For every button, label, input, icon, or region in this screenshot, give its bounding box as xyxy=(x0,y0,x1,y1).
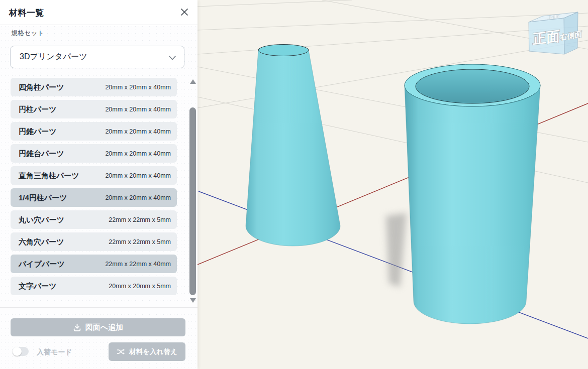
chevron-down-icon xyxy=(169,56,176,60)
panel-header: 材料一覧 xyxy=(0,0,198,25)
part-size: 20mm x 20mm x 40mm xyxy=(105,84,171,91)
part-size: 20mm x 20mm x 40mm xyxy=(105,128,171,135)
part-name: 円錐パーツ xyxy=(19,127,57,136)
swap-material-button[interactable]: 材料を入れ替え xyxy=(109,342,185,361)
list-item[interactable]: 六角穴パーツ22mm x 22mm x 5mm xyxy=(11,232,177,251)
part-size: 20mm x 20mm x 40mm xyxy=(105,194,171,201)
part-name: 四角柱パーツ xyxy=(19,82,64,92)
part-size: 20mm x 20mm x 40mm xyxy=(105,172,171,179)
cone-frustum-shape[interactable] xyxy=(246,45,340,246)
download-icon xyxy=(73,323,81,332)
scroll-up-icon[interactable] xyxy=(190,79,196,84)
part-name: 1/4円柱パーツ xyxy=(19,193,67,202)
standard-set-label: 規格セット xyxy=(11,29,44,38)
part-size: 22mm x 22mm x 5mm xyxy=(109,216,171,223)
part-name: 丸い穴パーツ xyxy=(19,215,64,224)
parts-list: 四角柱パーツ20mm x 20mm x 40mm円柱パーツ20mm x 20mm… xyxy=(11,78,177,299)
part-name: 文字パーツ xyxy=(19,281,57,291)
list-item[interactable]: パイプパーツ22mm x 22mm x 40mm xyxy=(11,255,177,273)
part-name: 円柱パーツ xyxy=(19,104,57,114)
list-item[interactable]: 四角柱パーツ20mm x 20mm x 40mm xyxy=(11,78,177,96)
pipe-inner-hole xyxy=(416,69,529,103)
list-item[interactable]: 丸い穴パーツ22mm x 22mm x 5mm xyxy=(11,210,177,229)
toggle-knob xyxy=(13,347,22,356)
part-size: 20mm x 20mm x 40mm xyxy=(105,106,171,113)
swap-mode-toggle[interactable] xyxy=(13,347,29,356)
scrollbar-thumb[interactable] xyxy=(189,107,196,295)
add-to-drawing-button[interactable]: 図面へ追加 xyxy=(11,318,185,336)
add-to-drawing-label: 図面へ追加 xyxy=(85,323,123,332)
shuffle-icon xyxy=(117,347,125,356)
part-name: 直角三角柱パーツ xyxy=(19,171,79,180)
part-name: 円錐台パーツ xyxy=(19,149,64,158)
standard-set-value: 3Dプリンタパーツ xyxy=(20,52,87,62)
panel-title: 材料一覧 xyxy=(9,7,44,19)
swap-material-label: 材料を入れ替え xyxy=(129,347,177,356)
close-button[interactable] xyxy=(178,7,190,19)
object-shadow xyxy=(386,213,407,287)
part-size: 22mm x 22mm x 5mm xyxy=(109,238,171,245)
list-item[interactable]: 円錐台パーツ20mm x 20mm x 40mm xyxy=(11,144,177,163)
app-window: 材料一覧 規格セット 3Dプリンタパーツ 四角柱パーツ20mm x 20mm x… xyxy=(0,0,588,369)
panel-footer: 図面へ追加 入替モード 材料を入れ替え xyxy=(0,307,198,369)
pipe-shape[interactable] xyxy=(405,64,540,324)
viewport-3d-canvas[interactable]: 正面 右側面 上面 xyxy=(198,0,588,369)
list-item[interactable]: 1/4円柱パーツ20mm x 20mm x 40mm xyxy=(11,188,177,207)
part-size: 20mm x 20mm x 5mm xyxy=(109,283,171,290)
standard-set-select[interactable]: 3Dプリンタパーツ xyxy=(10,46,184,68)
list-item[interactable]: 直角三角柱パーツ20mm x 20mm x 40mm xyxy=(11,166,177,185)
cone-top-face xyxy=(258,45,309,56)
materials-panel: 材料一覧 規格セット 3Dプリンタパーツ 四角柱パーツ20mm x 20mm x… xyxy=(0,0,198,369)
part-size: 22mm x 22mm x 40mm xyxy=(105,261,171,268)
list-item[interactable]: 円錐パーツ20mm x 20mm x 40mm xyxy=(11,122,177,141)
swap-mode-label: 入替モード xyxy=(37,348,72,357)
part-name: 六角穴パーツ xyxy=(19,237,64,247)
close-icon xyxy=(180,8,189,17)
part-name: パイプパーツ xyxy=(19,259,65,269)
part-size: 20mm x 20mm x 40mm xyxy=(105,150,171,157)
view-cube[interactable]: 正面 右側面 上面 xyxy=(529,12,582,54)
scroll-down-icon[interactable] xyxy=(190,298,196,303)
list-item[interactable]: 円柱パーツ20mm x 20mm x 40mm xyxy=(11,100,177,118)
list-item[interactable]: 文字パーツ20mm x 20mm x 5mm xyxy=(11,277,177,295)
